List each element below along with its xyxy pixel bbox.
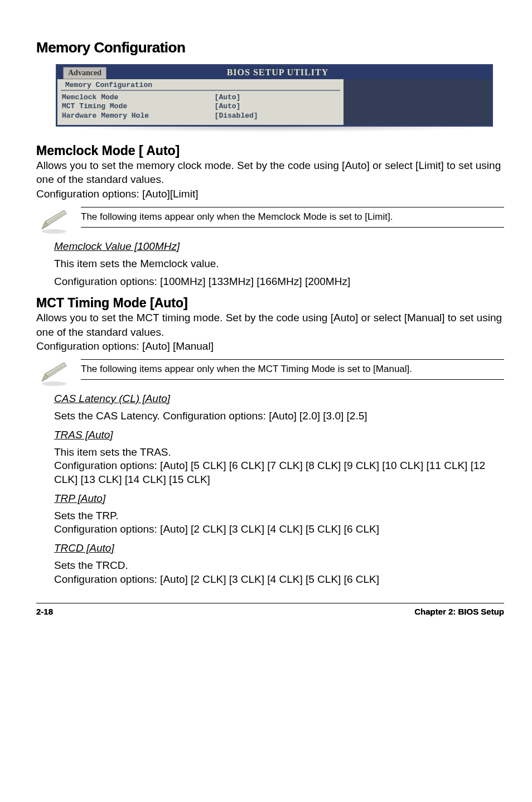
note-text: The following items appear only when the… [81,359,504,380]
mct-heading: MCT Timing Mode [Auto] [36,296,504,311]
bios-left-panel: Memory Configuration Memclock Mode [Auto… [57,79,344,125]
tras-line: This item sets the TRAS. Configuration o… [54,446,504,487]
footer-page-number: 2-18 [36,607,53,616]
bios-row: Hardware Memory Hole [Disabled] [62,112,339,120]
bios-title: BIOS SETUP UTILITY [109,67,491,78]
note-text: The following items appear only when the… [81,207,504,228]
bios-header: Advanced BIOS SETUP UTILITY [57,66,491,79]
bios-body: Memory Configuration Memclock Mode [Auto… [57,79,491,125]
trcd-heading: TRCD [Auto] [54,542,504,554]
tras-heading: TRAS [Auto] [54,429,504,441]
bios-row-key: Hardware Memory Hole [62,112,215,120]
trcd-line: Sets the TRCD. Configuration options: [A… [54,559,504,586]
bios-row: Memclock Mode [Auto] [62,93,339,102]
memclock-mode-heading: Memclock Mode [ Auto] [36,143,504,158]
trp-line: Sets the TRP. Configuration options: [Au… [54,509,504,537]
memclock-value-line2: Configuration options: [100MHz] [133MHz]… [54,275,504,289]
bios-row-key: MCT Timing Mode [62,102,215,111]
mct-body: Allows you to set the MCT timing mode. S… [36,311,504,354]
bios-row-val: [Auto] [215,102,340,111]
bios-row-val: [Auto] [215,93,340,102]
bios-row-val: [Disabled] [215,112,340,120]
bios-right-panel [344,79,491,125]
bios-panel-title: Memory Configuration [61,79,340,91]
bios-row: MCT Timing Mode [Auto] [62,102,339,111]
pencil-icon [37,359,71,387]
trp-heading: TRP [Auto] [54,492,504,505]
memclock-mode-body: Allows you to set the memory clock mode.… [36,158,504,201]
memclock-value-heading: Memclock Value [100MHz] [54,240,504,253]
note-memclock: The following items appear only when the… [36,207,504,235]
bios-row-key: Memclock Mode [62,93,215,102]
svg-point-0 [42,229,66,234]
shadow-decor [56,127,493,132]
bios-tab-advanced: Advanced [63,67,107,79]
memclock-value-line1: This item sets the Memclock value. [54,257,504,271]
svg-point-4 [42,381,66,386]
page-footer: 2-18 Chapter 2: BIOS Setup [36,603,504,616]
footer-chapter: Chapter 2: BIOS Setup [414,607,504,616]
pencil-icon [37,207,71,235]
page-heading: Memory Configuration [36,39,504,56]
cas-line: Sets the CAS Latency. Configuration opti… [54,409,504,423]
note-mct: The following items appear only when the… [36,359,504,387]
cas-heading: CAS Latency (CL) [Auto] [54,393,504,405]
bios-screenshot: Advanced BIOS SETUP UTILITY Memory Confi… [56,64,493,127]
